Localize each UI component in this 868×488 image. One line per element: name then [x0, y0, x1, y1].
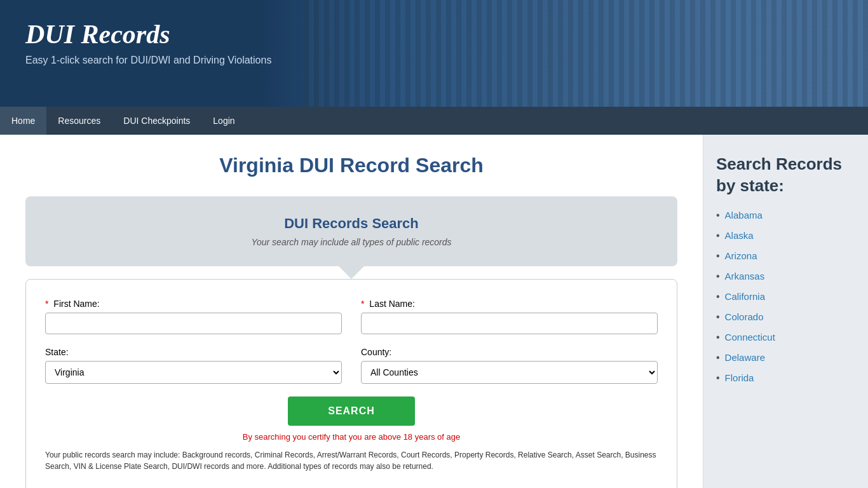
- bullet-icon: •: [716, 250, 720, 262]
- list-item: • Connecticut: [716, 332, 855, 343]
- last-name-input[interactable]: [361, 313, 658, 334]
- state-link-alabama[interactable]: Alabama: [725, 210, 763, 220]
- list-item: • Alaska: [716, 230, 855, 241]
- county-group: County: All Counties: [361, 347, 658, 384]
- state-link-colorado[interactable]: Colorado: [725, 311, 764, 322]
- state-link-connecticut[interactable]: Connecticut: [725, 332, 775, 342]
- form-container: * First Name: * Last Name: State:: [25, 279, 677, 488]
- nav-home[interactable]: Home: [0, 107, 46, 135]
- content-area: Virginia DUI Record Search DUI Records S…: [0, 135, 703, 488]
- disclaimer-text: Your public records search may include: …: [45, 449, 658, 472]
- bullet-icon: •: [716, 230, 720, 241]
- state-link-florida[interactable]: Florida: [725, 372, 754, 383]
- state-link-arizona[interactable]: Arizona: [725, 250, 757, 261]
- state-link-alaska[interactable]: Alaska: [725, 230, 754, 241]
- sidebar: Search Records by state: • Alabama • Ala…: [703, 135, 868, 488]
- site-header: DUI Records Easy 1-click search for DUI/…: [0, 0, 868, 107]
- state-county-row: State: Virginia Alabama Alaska Arizona C…: [45, 347, 658, 384]
- list-item: • Arkansas: [716, 271, 855, 282]
- state-group: State: Virginia Alabama Alaska Arizona C…: [45, 347, 342, 384]
- site-title: DUI Records: [25, 19, 843, 50]
- bullet-icon: •: [716, 332, 720, 343]
- nav-login[interactable]: Login: [201, 107, 246, 135]
- navbar: Home Resources DUI Checkpoints Login: [0, 107, 868, 135]
- site-subtitle: Easy 1-click search for DUI/DWI and Driv…: [25, 55, 843, 66]
- search-button[interactable]: SEARCH: [288, 396, 415, 426]
- sidebar-title: Search Records by state:: [716, 154, 855, 197]
- search-box-title: DUI Records Search: [44, 215, 658, 232]
- list-item: • Florida: [716, 372, 855, 384]
- state-link-california[interactable]: California: [725, 291, 765, 302]
- county-select[interactable]: All Counties: [361, 361, 658, 384]
- state-link-delaware[interactable]: Delaware: [725, 352, 765, 363]
- state-select[interactable]: Virginia Alabama Alaska Arizona Californ…: [45, 361, 342, 384]
- first-name-input[interactable]: [45, 313, 342, 334]
- last-name-label: * Last Name:: [361, 299, 658, 309]
- list-item: • California: [716, 291, 855, 302]
- state-label: State:: [45, 347, 342, 357]
- required-star-last: *: [361, 299, 364, 309]
- list-item: • Delaware: [716, 352, 855, 363]
- nav-dui-checkpoints[interactable]: DUI Checkpoints: [112, 107, 201, 135]
- search-box-subtitle: Your search may include all types of pub…: [44, 237, 658, 247]
- main-layout: Virginia DUI Record Search DUI Records S…: [0, 135, 868, 488]
- name-row: * First Name: * Last Name:: [45, 299, 658, 334]
- state-link-arkansas[interactable]: Arkansas: [725, 271, 765, 281]
- bullet-icon: •: [716, 291, 720, 302]
- last-name-group: * Last Name:: [361, 299, 658, 334]
- age-certification: By searching you certify that you are ab…: [45, 432, 658, 442]
- bullet-icon: •: [716, 311, 720, 323]
- list-item: • Colorado: [716, 311, 855, 323]
- triangle-pointer: [339, 266, 364, 279]
- bullet-icon: •: [716, 372, 720, 384]
- required-star-first: *: [45, 299, 48, 309]
- county-label: County:: [361, 347, 658, 357]
- list-item: • Alabama: [716, 210, 855, 221]
- list-item: • Arizona: [716, 250, 855, 262]
- first-name-label: * First Name:: [45, 299, 342, 309]
- first-name-group: * First Name:: [45, 299, 342, 334]
- page-title: Virginia DUI Record Search: [25, 154, 677, 177]
- bullet-icon: •: [716, 210, 720, 221]
- bullet-icon: •: [716, 352, 720, 363]
- nav-resources[interactable]: Resources: [46, 107, 112, 135]
- search-box-container: DUI Records Search Your search may inclu…: [25, 196, 677, 266]
- bullet-icon: •: [716, 271, 720, 282]
